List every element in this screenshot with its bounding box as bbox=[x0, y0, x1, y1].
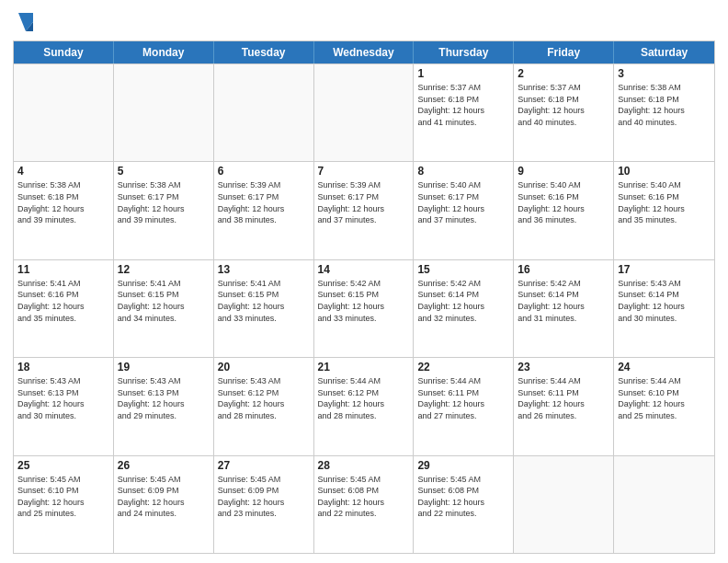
calendar-cell: 23Sunrise: 5:44 AM Sunset: 6:11 PM Dayli… bbox=[514, 358, 614, 454]
day-number: 8 bbox=[417, 165, 509, 178]
day-number: 22 bbox=[417, 361, 509, 373]
day-number: 15 bbox=[417, 263, 509, 276]
day-number: 14 bbox=[318, 263, 410, 276]
day-info: Sunrise: 5:45 AM Sunset: 6:10 PM Dayligh… bbox=[17, 474, 109, 520]
day-number: 28 bbox=[318, 459, 410, 472]
calendar-cell bbox=[314, 64, 415, 161]
day-number: 23 bbox=[518, 361, 609, 373]
logo bbox=[13, 9, 37, 35]
day-info: Sunrise: 5:38 AM Sunset: 6:17 PM Dayligh… bbox=[118, 179, 210, 225]
calendar-cell: 26Sunrise: 5:45 AM Sunset: 6:09 PM Dayli… bbox=[114, 456, 214, 553]
header-day-tuesday: Tuesday bbox=[214, 41, 314, 63]
day-info: Sunrise: 5:37 AM Sunset: 6:18 PM Dayligh… bbox=[518, 82, 609, 128]
header-day-wednesday: Wednesday bbox=[314, 41, 415, 63]
calendar-cell: 18Sunrise: 5:43 AM Sunset: 6:13 PM Dayli… bbox=[14, 358, 114, 454]
calendar-cell: 16Sunrise: 5:42 AM Sunset: 6:14 PM Dayli… bbox=[514, 260, 614, 357]
day-info: Sunrise: 5:41 AM Sunset: 6:15 PM Dayligh… bbox=[218, 278, 310, 324]
day-number: 4 bbox=[17, 165, 109, 178]
day-number: 29 bbox=[417, 459, 509, 472]
day-info: Sunrise: 5:45 AM Sunset: 6:08 PM Dayligh… bbox=[417, 474, 509, 520]
day-info: Sunrise: 5:44 AM Sunset: 6:12 PM Dayligh… bbox=[318, 375, 410, 421]
day-info: Sunrise: 5:44 AM Sunset: 6:11 PM Dayligh… bbox=[518, 375, 609, 421]
calendar-cell: 13Sunrise: 5:41 AM Sunset: 6:15 PM Dayli… bbox=[214, 260, 314, 357]
day-number: 9 bbox=[518, 165, 609, 178]
calendar-cell: 22Sunrise: 5:44 AM Sunset: 6:11 PM Dayli… bbox=[414, 358, 514, 454]
header bbox=[13, 9, 715, 35]
calendar-cell: 7Sunrise: 5:39 AM Sunset: 6:17 PM Daylig… bbox=[314, 162, 415, 259]
day-number: 17 bbox=[618, 263, 711, 276]
header-day-monday: Monday bbox=[114, 41, 214, 63]
calendar-cell: 25Sunrise: 5:45 AM Sunset: 6:10 PM Dayli… bbox=[14, 456, 114, 553]
day-info: Sunrise: 5:42 AM Sunset: 6:14 PM Dayligh… bbox=[518, 278, 609, 324]
logo-icon bbox=[15, 9, 37, 35]
calendar-week-1: 1Sunrise: 5:37 AM Sunset: 6:18 PM Daylig… bbox=[14, 63, 714, 161]
day-info: Sunrise: 5:45 AM Sunset: 6:08 PM Dayligh… bbox=[318, 474, 410, 520]
day-info: Sunrise: 5:43 AM Sunset: 6:12 PM Dayligh… bbox=[218, 375, 310, 421]
calendar-cell: 2Sunrise: 5:37 AM Sunset: 6:18 PM Daylig… bbox=[514, 64, 614, 161]
day-info: Sunrise: 5:43 AM Sunset: 6:13 PM Dayligh… bbox=[17, 375, 109, 421]
day-info: Sunrise: 5:44 AM Sunset: 6:10 PM Dayligh… bbox=[618, 375, 711, 421]
day-info: Sunrise: 5:40 AM Sunset: 6:16 PM Dayligh… bbox=[618, 179, 711, 225]
calendar-cell bbox=[14, 64, 114, 161]
calendar-cell: 17Sunrise: 5:43 AM Sunset: 6:14 PM Dayli… bbox=[614, 260, 714, 357]
day-info: Sunrise: 5:42 AM Sunset: 6:15 PM Dayligh… bbox=[318, 278, 410, 324]
day-number: 6 bbox=[218, 165, 310, 178]
calendar-week-3: 11Sunrise: 5:41 AM Sunset: 6:16 PM Dayli… bbox=[14, 259, 714, 357]
day-info: Sunrise: 5:41 AM Sunset: 6:15 PM Dayligh… bbox=[118, 278, 210, 324]
calendar-cell bbox=[214, 64, 314, 161]
day-number: 10 bbox=[618, 165, 711, 178]
calendar-cell: 20Sunrise: 5:43 AM Sunset: 6:12 PM Dayli… bbox=[214, 358, 314, 454]
day-number: 13 bbox=[218, 263, 310, 276]
calendar-cell: 29Sunrise: 5:45 AM Sunset: 6:08 PM Dayli… bbox=[414, 456, 514, 553]
calendar-cell: 27Sunrise: 5:45 AM Sunset: 6:09 PM Dayli… bbox=[214, 456, 314, 553]
day-number: 3 bbox=[618, 67, 711, 80]
calendar-cell: 15Sunrise: 5:42 AM Sunset: 6:14 PM Dayli… bbox=[414, 260, 514, 357]
day-info: Sunrise: 5:37 AM Sunset: 6:18 PM Dayligh… bbox=[417, 82, 509, 128]
day-number: 20 bbox=[218, 361, 310, 373]
calendar-cell bbox=[114, 64, 214, 161]
day-info: Sunrise: 5:40 AM Sunset: 6:16 PM Dayligh… bbox=[518, 179, 609, 225]
day-info: Sunrise: 5:42 AM Sunset: 6:14 PM Dayligh… bbox=[417, 278, 509, 324]
day-number: 24 bbox=[618, 361, 711, 373]
day-number: 18 bbox=[17, 361, 109, 373]
day-number: 25 bbox=[17, 459, 109, 472]
calendar-cell: 14Sunrise: 5:42 AM Sunset: 6:15 PM Dayli… bbox=[314, 260, 415, 357]
day-info: Sunrise: 5:41 AM Sunset: 6:16 PM Dayligh… bbox=[17, 278, 109, 324]
calendar-cell: 1Sunrise: 5:37 AM Sunset: 6:18 PM Daylig… bbox=[414, 64, 514, 161]
day-number: 26 bbox=[118, 459, 210, 472]
calendar-cell: 4Sunrise: 5:38 AM Sunset: 6:18 PM Daylig… bbox=[14, 162, 114, 259]
calendar: SundayMondayTuesdayWednesdayThursdayFrid… bbox=[13, 40, 715, 554]
day-info: Sunrise: 5:45 AM Sunset: 6:09 PM Dayligh… bbox=[118, 474, 210, 520]
calendar-cell: 12Sunrise: 5:41 AM Sunset: 6:15 PM Dayli… bbox=[114, 260, 214, 357]
day-number: 2 bbox=[518, 67, 609, 80]
calendar-cell: 21Sunrise: 5:44 AM Sunset: 6:12 PM Dayli… bbox=[314, 358, 415, 454]
calendar-body: 1Sunrise: 5:37 AM Sunset: 6:18 PM Daylig… bbox=[14, 63, 714, 553]
day-number: 16 bbox=[518, 263, 609, 276]
calendar-cell: 6Sunrise: 5:39 AM Sunset: 6:17 PM Daylig… bbox=[214, 162, 314, 259]
calendar-week-2: 4Sunrise: 5:38 AM Sunset: 6:18 PM Daylig… bbox=[14, 161, 714, 259]
calendar-cell bbox=[514, 456, 614, 553]
calendar-cell: 28Sunrise: 5:45 AM Sunset: 6:08 PM Dayli… bbox=[314, 456, 415, 553]
day-number: 21 bbox=[318, 361, 410, 373]
day-info: Sunrise: 5:43 AM Sunset: 6:13 PM Dayligh… bbox=[118, 375, 210, 421]
day-info: Sunrise: 5:44 AM Sunset: 6:11 PM Dayligh… bbox=[417, 375, 509, 421]
day-info: Sunrise: 5:39 AM Sunset: 6:17 PM Dayligh… bbox=[318, 179, 410, 225]
day-number: 12 bbox=[118, 263, 210, 276]
day-number: 19 bbox=[118, 361, 210, 373]
day-info: Sunrise: 5:38 AM Sunset: 6:18 PM Dayligh… bbox=[17, 179, 109, 225]
calendar-cell: 9Sunrise: 5:40 AM Sunset: 6:16 PM Daylig… bbox=[514, 162, 614, 259]
day-number: 1 bbox=[417, 67, 509, 80]
day-number: 7 bbox=[318, 165, 410, 178]
calendar-cell: 8Sunrise: 5:40 AM Sunset: 6:17 PM Daylig… bbox=[414, 162, 514, 259]
calendar-cell: 5Sunrise: 5:38 AM Sunset: 6:17 PM Daylig… bbox=[114, 162, 214, 259]
calendar-cell: 10Sunrise: 5:40 AM Sunset: 6:16 PM Dayli… bbox=[614, 162, 714, 259]
calendar-cell: 11Sunrise: 5:41 AM Sunset: 6:16 PM Dayli… bbox=[14, 260, 114, 357]
calendar-header-row: SundayMondayTuesdayWednesdayThursdayFrid… bbox=[14, 41, 714, 63]
calendar-week-4: 18Sunrise: 5:43 AM Sunset: 6:13 PM Dayli… bbox=[14, 357, 714, 454]
header-day-sunday: Sunday bbox=[14, 41, 114, 63]
calendar-cell: 24Sunrise: 5:44 AM Sunset: 6:10 PM Dayli… bbox=[614, 358, 714, 454]
day-number: 11 bbox=[17, 263, 109, 276]
header-day-saturday: Saturday bbox=[614, 41, 714, 63]
day-info: Sunrise: 5:38 AM Sunset: 6:18 PM Dayligh… bbox=[618, 82, 711, 128]
calendar-cell: 19Sunrise: 5:43 AM Sunset: 6:13 PM Dayli… bbox=[114, 358, 214, 454]
